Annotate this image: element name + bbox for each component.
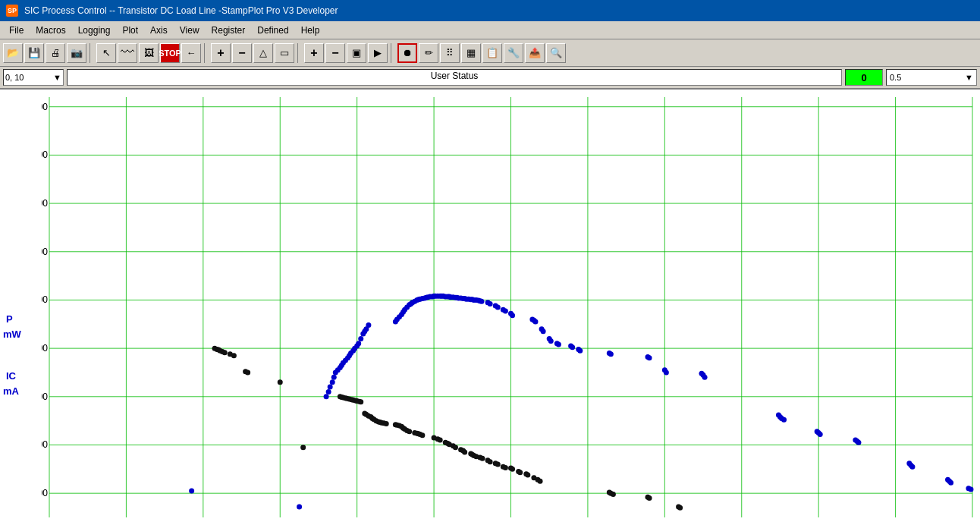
table-button[interactable]: ▦ — [461, 43, 481, 63]
menu-register[interactable]: Register — [206, 24, 252, 37]
main-area: P mW IC mA — [0, 90, 980, 525]
menu-plot[interactable]: Plot — [116, 24, 144, 37]
zoom-in-button[interactable]: + — [211, 43, 231, 63]
menu-view[interactable]: View — [174, 24, 206, 37]
send-button[interactable]: 📤 — [525, 43, 545, 63]
window-title: SIC Process Control -- Transistor DC Loa… — [24, 5, 338, 16]
minus-button[interactable]: − — [325, 43, 345, 63]
fill-rect-button[interactable]: ▣ — [347, 43, 366, 63]
rect-button[interactable]: ▭ — [275, 43, 294, 63]
toolbar: 📂 💾 🖨 📷 ↖ 〰 🖼 STOP ← + − △ ▭ + − ▣ ▶ ⏺ ✏… — [0, 39, 980, 67]
pen-button[interactable]: ✏ — [419, 43, 438, 63]
toolbar-sep-4 — [391, 43, 394, 63]
record-button[interactable]: ⏺ — [397, 43, 417, 63]
menu-file[interactable]: File — [3, 24, 30, 37]
image-button[interactable]: 🖼 — [139, 43, 159, 63]
y-axis-mw-label: mW — [3, 329, 21, 340]
menu-macros[interactable]: Macros — [30, 24, 71, 37]
menu-defined[interactable]: Defined — [251, 24, 294, 37]
status-bar: 0, 10 ▼ User Status 0 0.5 ▼ — [0, 67, 980, 90]
play-button[interactable]: ▶ — [368, 43, 388, 63]
cursor-button[interactable]: ↖ — [96, 43, 116, 63]
chart-area — [42, 90, 980, 525]
y-axis-p-label: P — [6, 313, 13, 325]
search-button[interactable]: 🔍 — [546, 43, 566, 63]
zoom-out-button[interactable]: − — [232, 43, 252, 63]
wave-button[interactable]: 〰 — [118, 43, 137, 63]
y-axis-ma-label: mA — [3, 385, 19, 397]
back-button[interactable]: ← — [181, 43, 201, 63]
menu-axis[interactable]: Axis — [144, 24, 174, 37]
print-button[interactable]: 🖨 — [46, 43, 65, 63]
rate-dropdown-arrow[interactable]: ▼ — [965, 73, 973, 82]
toolbar-sep-2 — [204, 43, 208, 63]
port-dropdown-arrow[interactable]: ▼ — [53, 73, 61, 82]
save-button[interactable]: 💾 — [24, 43, 44, 63]
menu-logging[interactable]: Logging — [72, 24, 117, 37]
title-bar: SP SIC Process Control -- Transistor DC … — [0, 0, 980, 21]
camera-button[interactable]: 📷 — [67, 43, 86, 63]
app-icon: SP — [6, 5, 18, 17]
chart-wrapper: P mW IC mA — [0, 90, 980, 525]
triangle-up-button[interactable]: △ — [253, 43, 273, 63]
menu-bar: File Macros Logging Plot Axis View Regis… — [0, 21, 980, 39]
user-status-field[interactable]: User Status — [67, 69, 842, 86]
plot-canvas — [42, 90, 980, 525]
toolbar-sep-1 — [90, 43, 93, 63]
y-axis-ic-label: IC — [6, 370, 16, 382]
plus-button[interactable]: + — [304, 43, 324, 63]
toolbar-sep-3 — [297, 43, 301, 63]
menu-help[interactable]: Help — [295, 24, 326, 37]
stop-button[interactable]: STOP — [160, 43, 180, 63]
dots-button[interactable]: ⠿ — [440, 43, 460, 63]
register-button[interactable]: 📋 — [482, 43, 502, 63]
rate-field[interactable]: 0.5 ▼ — [886, 69, 977, 86]
tools-button[interactable]: 🔧 — [504, 43, 523, 63]
port-dropdown-value: 0, 10 — [5, 73, 24, 82]
port-dropdown[interactable]: 0, 10 ▼ — [3, 69, 64, 86]
led-indicator: 0 — [845, 69, 883, 86]
y-axis-labels: P mW IC mA — [0, 90, 42, 525]
open-button[interactable]: 📂 — [3, 43, 23, 63]
